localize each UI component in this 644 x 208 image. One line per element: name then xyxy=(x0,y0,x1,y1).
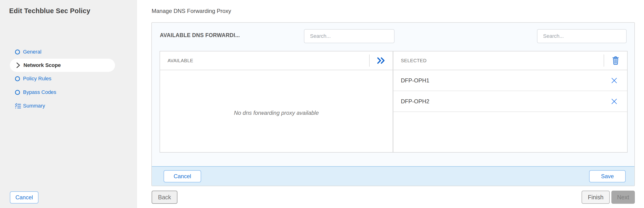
sidebar-item-summary[interactable]: Summary xyxy=(0,99,137,113)
circle-icon xyxy=(15,50,23,54)
available-list: No dns forwarding proxy available xyxy=(160,70,393,152)
sidebar-item-label: Policy Rules xyxy=(23,76,52,82)
selected-list: DFP-OPH1 DFP-OPH2 xyxy=(393,70,627,152)
dual-list: AVAILABLE No dns forwarding proxy availa… xyxy=(160,51,628,152)
selected-item-name: DFP-OPH2 xyxy=(401,98,601,105)
chevron-right-icon xyxy=(16,62,24,68)
panel-title: AVAILABLE DNS FORWARDI... xyxy=(160,32,240,38)
sidebar-item-label: Bypass Codes xyxy=(23,89,56,95)
sidebar-item-bypass-codes[interactable]: Bypass Codes xyxy=(0,86,137,99)
available-search-input[interactable] xyxy=(304,29,394,43)
panel-footer: Cancel Save xyxy=(152,166,634,186)
back-button[interactable]: Back xyxy=(152,191,178,204)
wizard-nav-buttons: Back Finish Next xyxy=(152,191,635,204)
wizard-step-nav: General Network Scope Policy Rules Bypas… xyxy=(0,45,137,113)
sidebar-item-label: Summary xyxy=(23,103,45,109)
page: Edit Techblue Sec Policy General Network… xyxy=(0,0,644,208)
wizard-cancel-button[interactable]: Cancel xyxy=(10,191,38,204)
move-all-button[interactable] xyxy=(370,57,393,64)
sidebar-item-general[interactable]: General xyxy=(0,45,137,59)
close-icon xyxy=(611,77,618,84)
circle-icon xyxy=(15,90,23,95)
next-button[interactable]: Next xyxy=(612,191,635,204)
selected-search-input[interactable] xyxy=(537,29,627,43)
available-header-label: AVAILABLE xyxy=(168,58,369,64)
cancel-button[interactable]: Cancel xyxy=(164,170,201,182)
sidebar-item-label: Network Scope xyxy=(24,62,61,68)
sidebar-item-label: General xyxy=(23,49,41,55)
sidebar-item-network-scope[interactable]: Network Scope xyxy=(10,59,115,72)
remove-item-button[interactable] xyxy=(601,77,627,84)
available-empty-message: No dns forwarding proxy available xyxy=(160,110,393,116)
list-item[interactable]: DFP-OPH1 xyxy=(393,70,627,91)
page-title: Edit Techblue Sec Policy xyxy=(9,7,90,15)
selected-column: SELECTED xyxy=(393,52,627,152)
save-button[interactable]: Save xyxy=(589,170,626,182)
dns-forwarding-proxy-panel: AVAILABLE DNS FORWARDI... AVAILABLE xyxy=(152,22,635,186)
remove-all-button[interactable] xyxy=(604,56,627,65)
available-header: AVAILABLE xyxy=(160,52,393,70)
trash-icon xyxy=(612,56,619,65)
checklist-icon xyxy=(15,103,23,109)
selected-header-label: SELECTED xyxy=(401,58,604,64)
list-item[interactable]: DFP-OPH2 xyxy=(393,91,627,112)
section-heading: Manage DNS Forwarding Proxy xyxy=(152,8,231,14)
sidebar: Edit Techblue Sec Policy General Network… xyxy=(0,0,137,208)
remove-item-button[interactable] xyxy=(601,98,627,105)
selected-item-name: DFP-OPH1 xyxy=(401,77,601,84)
available-column: AVAILABLE No dns forwarding proxy availa… xyxy=(160,52,393,152)
circle-icon xyxy=(15,76,23,81)
close-icon xyxy=(611,98,618,105)
sidebar-item-policy-rules[interactable]: Policy Rules xyxy=(0,72,137,86)
finish-button[interactable]: Finish xyxy=(582,191,610,204)
selected-header: SELECTED xyxy=(393,52,627,70)
double-chevron-right-icon xyxy=(377,57,386,64)
